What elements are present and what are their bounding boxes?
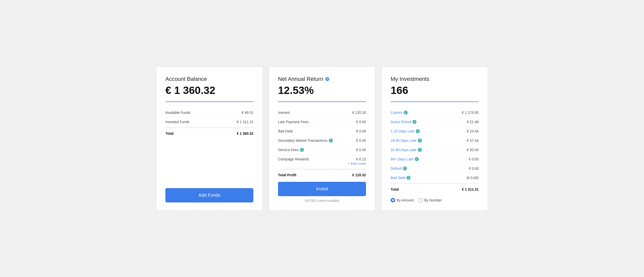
my-investments-title-text: My Investments — [391, 76, 429, 82]
service-fees-value: € 0.00 — [356, 148, 366, 152]
service-fees-row: Service Fees i € 0.00 — [278, 145, 366, 155]
campaign-rewards-right: € 0.12 + Earn more — [348, 157, 366, 165]
add-funds-button[interactable]: Add Funds — [165, 188, 253, 202]
total-investments-row: Total € 1 311.31 — [391, 184, 479, 194]
total-profit-row: Total Profit € 120.32 — [278, 169, 366, 180]
interest-row: Interest € 120.20 — [278, 108, 366, 117]
secondary-market-row: Secondary Market Transactions i € 0.00 — [278, 136, 366, 145]
current-value: € 1 178.95 — [462, 111, 479, 115]
16-30-days-late-row: 16-30 Days Late i € 37.44 — [391, 136, 479, 145]
net-annual-return-card: Net Annual Return i 12.53% Interest € 12… — [269, 66, 375, 211]
service-fees-label: Service Fees i — [278, 148, 304, 152]
interest-label: Interest — [278, 111, 290, 115]
default-label[interactable]: Default i — [391, 166, 407, 170]
60-plus-days-late-info-icon[interactable]: i — [415, 157, 419, 161]
by-amount-radio-label: By Amount — [397, 198, 414, 202]
16-30-days-late-info-icon[interactable]: i — [418, 138, 422, 143]
dashboard-cards: Account Balance € 1 360.32 Available Fun… — [146, 56, 498, 221]
31-60-days-late-value: € 50.00 — [467, 148, 479, 152]
by-number-radio[interactable]: By Number — [418, 198, 442, 202]
secondary-market-value: € 0.00 — [356, 138, 366, 143]
invested-funds-value: € 1 311.31 — [237, 120, 253, 124]
view-by-radio-group: By Amount By Number — [391, 198, 479, 202]
campaign-rewards-label: Campaign Rewards — [278, 157, 309, 161]
invested-funds-label: Invested Funds — [165, 120, 190, 124]
16-30-days-late-value: € 37.44 — [467, 138, 479, 143]
loans-available-text: 402760 Loans Available — [278, 199, 366, 202]
total-profit-label: Total Profit — [278, 173, 296, 177]
available-funds-label: Available Funds — [165, 111, 190, 115]
60-plus-days-late-value: € 0.00 — [469, 157, 479, 161]
bad-debt-investments-label[interactable]: Bad Debt i — [391, 176, 410, 180]
available-funds-row: Available Funds € 49.01 — [165, 108, 253, 117]
account-balance-title: Account Balance — [165, 76, 253, 82]
1-15-days-late-label[interactable]: 1-15 Days Late i — [391, 129, 420, 133]
default-row: Default i € 0.00 — [391, 164, 479, 173]
account-balance-value: € 1 360.32 — [165, 84, 253, 96]
net-annual-return-title-text: Net Annual Return — [278, 76, 323, 82]
total-balance-label: Total — [165, 131, 173, 135]
bad-debt-investments-row: Bad Debt i (€ 0.00) — [391, 173, 479, 183]
60-plus-days-late-label[interactable]: 60+ Days Late i — [391, 157, 419, 161]
account-balance-card: Account Balance € 1 360.32 Available Fun… — [156, 66, 263, 211]
investments-rows: Current i € 1 178.95 Grace Period i € 21… — [391, 108, 479, 194]
by-number-radio-circle[interactable] — [418, 198, 423, 202]
campaign-rewards-value: € 0.12 — [356, 157, 366, 161]
grace-period-value: € 21.48 — [467, 120, 479, 124]
account-balance-divider — [165, 101, 253, 102]
service-fees-info-icon[interactable]: i — [300, 148, 304, 152]
campaign-rewards-row: Campaign Rewards € 0.12 + Earn more — [278, 155, 366, 168]
bad-debt-investments-info-icon[interactable]: i — [406, 176, 410, 180]
grace-period-info-icon[interactable]: i — [412, 120, 417, 124]
invest-button[interactable]: Invest — [278, 182, 366, 196]
earn-more-link[interactable]: + Earn more — [348, 162, 366, 165]
secondary-market-info-icon[interactable]: i — [329, 138, 333, 143]
by-number-radio-label: By Number — [424, 198, 442, 202]
late-payment-fees-row: Late Payment Fees € 0.00 — [278, 117, 366, 127]
16-30-days-late-label[interactable]: 16-30 Days Late i — [391, 138, 422, 143]
bad-debt-value: € 0.00 — [356, 129, 366, 133]
net-annual-return-info-icon[interactable]: i — [325, 77, 329, 81]
by-amount-radio[interactable]: By Amount — [391, 198, 414, 202]
31-60-days-late-label[interactable]: 31-60 Days Late i — [391, 148, 422, 152]
net-annual-return-divider — [278, 101, 366, 102]
net-annual-return-value: 12.53% — [278, 84, 366, 96]
by-amount-radio-circle[interactable] — [391, 198, 395, 202]
grace-period-row: Grace Period i € 21.48 — [391, 117, 479, 127]
account-balance-rows: Available Funds € 49.01 Invested Funds €… — [165, 108, 253, 138]
account-balance-title-text: Account Balance — [165, 76, 207, 82]
invested-funds-row: Invested Funds € 1 311.31 — [165, 117, 253, 127]
my-investments-title: My Investments — [391, 76, 479, 82]
total-balance-row: Total € 1 360.32 — [165, 128, 253, 138]
my-investments-value: 166 — [391, 84, 479, 96]
default-info-icon[interactable]: i — [403, 166, 407, 170]
bad-debt-row: Bad Debt € 0.00 — [278, 127, 366, 136]
my-investments-card: My Investments 166 Current i € 1 178.95 … — [381, 66, 488, 211]
bad-debt-investments-value: (€ 0.00) — [467, 176, 479, 180]
31-60-days-late-info-icon[interactable]: i — [418, 148, 422, 152]
net-annual-return-title: Net Annual Return i — [278, 76, 366, 82]
available-funds-value: € 49.01 — [242, 111, 253, 115]
1-15-days-late-row: 1-15 Days Late i € 23.44 — [391, 127, 479, 136]
60-plus-days-late-row: 60+ Days Late i € 0.00 — [391, 155, 479, 164]
bad-debt-label: Bad Debt — [278, 129, 293, 133]
total-investments-label: Total — [391, 187, 399, 191]
current-info-icon[interactable]: i — [404, 111, 408, 115]
default-value: € 0.00 — [469, 166, 479, 170]
total-balance-value: € 1 360.32 — [237, 131, 253, 135]
current-label[interactable]: Current i — [391, 111, 408, 115]
secondary-market-label: Secondary Market Transactions i — [278, 138, 333, 143]
my-investments-divider — [391, 101, 479, 102]
grace-period-label[interactable]: Grace Period i — [391, 120, 417, 124]
late-payment-fees-label: Late Payment Fees — [278, 120, 308, 124]
total-investments-value: € 1 311.31 — [462, 187, 479, 191]
total-profit-value: € 120.32 — [352, 173, 366, 177]
1-15-days-late-info-icon[interactable]: i — [416, 129, 420, 133]
late-payment-fees-value: € 0.00 — [356, 120, 366, 124]
interest-value: € 120.20 — [352, 111, 366, 115]
31-60-days-late-row: 31-60 Days Late i € 50.00 — [391, 145, 479, 155]
net-annual-return-rows: Interest € 120.20 Late Payment Fees € 0.… — [278, 108, 366, 180]
current-row: Current i € 1 178.95 — [391, 108, 479, 117]
1-15-days-late-value: € 23.44 — [467, 129, 479, 133]
